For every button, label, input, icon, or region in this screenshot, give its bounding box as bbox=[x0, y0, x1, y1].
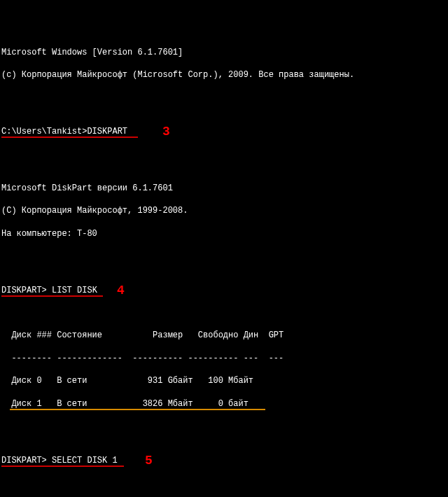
command: SELECT DISK 1 bbox=[52, 456, 118, 465]
step-5: 5 bbox=[145, 452, 153, 469]
dp-version: Microsoft DiskPart версии 6.1.7601 bbox=[1, 183, 447, 194]
step-4: 4 bbox=[117, 282, 125, 299]
text: -------- ------------- ---------- ------… bbox=[1, 354, 284, 363]
disk-sep: -------- ------------- ---------- ------… bbox=[1, 353, 447, 364]
dp-copyright: (C) Корпорация Майкрософт, 1999-2008. bbox=[1, 205, 447, 216]
cmd-diskpart: C:\Users\Tankist>DISKPART3 bbox=[1, 126, 447, 137]
disk-row-0: Диск 0 В сети 931 Gбайт 100 Mбайт bbox=[1, 375, 447, 386]
disk-row-1: Диск 1 В сети 3826 Mбайт 0 байт bbox=[1, 398, 447, 410]
prompt: DISKPART> bbox=[1, 286, 52, 295]
text: Microsoft DiskPart версии 6.1.7601 bbox=[1, 183, 173, 193]
command: DISKPART bbox=[87, 127, 127, 136]
text: На компьютере: T-80 bbox=[1, 229, 97, 239]
prompt: C:\Users\Tankist> bbox=[1, 127, 87, 136]
text: Диск 1 В сети 3826 Mбайт 0 байт bbox=[1, 399, 248, 409]
win-copyright: (c) Корпорация Майкрософт (Microsoft Cor… bbox=[1, 69, 447, 80]
cmd-list-disk: DISKPART> LIST DISK4 bbox=[1, 285, 447, 296]
text: Microsoft Windows [Version 6.1.7601] bbox=[1, 48, 183, 57]
text: Диск ### Состояние Размер Свободно Дин G… bbox=[1, 330, 284, 340]
prompt: DISKPART> bbox=[1, 456, 52, 465]
text: (C) Корпорация Майкрософт, 1999-2008. bbox=[1, 206, 188, 216]
command: LIST DISK bbox=[52, 286, 97, 295]
text: Диск 0 В сети 931 Gбайт 100 Mбайт bbox=[1, 376, 253, 386]
win-version: Microsoft Windows [Version 6.1.7601] bbox=[1, 47, 447, 58]
cmd-select-disk: DISKPART> SELECT DISK 15 bbox=[1, 455, 447, 466]
dp-computer: На компьютере: T-80 bbox=[1, 228, 447, 239]
text: (c) Корпорация Майкрософт (Microsoft Cor… bbox=[1, 70, 354, 80]
disk-header: Диск ### Состояние Размер Свободно Дин G… bbox=[1, 330, 447, 341]
step-3: 3 bbox=[162, 123, 170, 140]
